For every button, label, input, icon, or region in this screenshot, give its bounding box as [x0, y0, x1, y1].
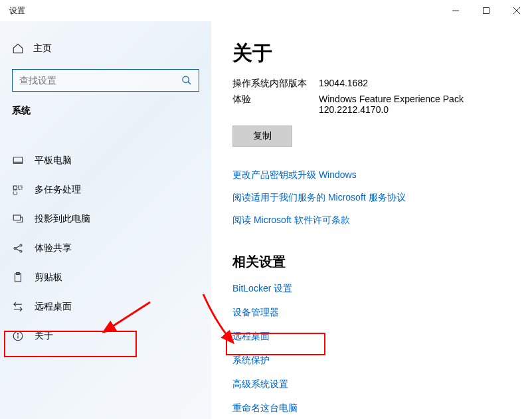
svg-line-15 [16, 246, 20, 248]
info-icon [12, 330, 24, 342]
sidebar-item-remote[interactable]: 远程桌面 [0, 292, 211, 321]
spec-row-os-build: 操作系统内部版本 19044.1682 [232, 78, 516, 90]
project-icon [12, 213, 24, 225]
tablet-icon [12, 155, 24, 167]
spec-label: 体验 [232, 94, 319, 115]
nav-label: 关于 [35, 330, 53, 342]
titlebar: 设置 [0, 0, 532, 21]
svg-rect-11 [13, 215, 21, 220]
svg-line-16 [16, 249, 20, 251]
svg-rect-10 [13, 191, 17, 195]
related-link-advanced-system[interactable]: 高级系统设置 [232, 378, 288, 389]
sidebar-item-tablet[interactable]: 平板电脑 [0, 146, 211, 175]
link-license-terms[interactable]: 阅读 Microsoft 软件许可条款 [232, 214, 350, 225]
sidebar-item-multitask[interactable]: 多任务处理 [0, 175, 211, 205]
sidebar: 主页 系统 平板电脑 多任务处理 [0, 21, 211, 419]
related-link-bitlocker[interactable]: BitLocker 设置 [232, 283, 292, 293]
multitask-icon [12, 184, 24, 196]
spec-value: Windows Feature Experience Pack 120.2212… [319, 94, 491, 115]
sidebar-item-about[interactable]: 关于 [0, 321, 211, 351]
sidebar-item-clipboard[interactable]: 剪贴板 [0, 263, 211, 292]
link-service-agreement[interactable]: 阅读适用于我们服务的 Microsoft 服务协议 [232, 192, 406, 203]
share-icon [12, 242, 24, 254]
window-title: 设置 [9, 5, 440, 17]
nav-label: 多任务处理 [35, 184, 81, 196]
svg-point-23 [17, 333, 18, 334]
copy-button[interactable]: 复制 [232, 126, 292, 147]
related-link-device-manager[interactable]: 设备管理器 [232, 307, 279, 317]
svg-rect-8 [13, 186, 17, 189]
search-icon [181, 75, 192, 86]
minimize-button[interactable] [440, 0, 471, 21]
svg-point-4 [183, 76, 189, 82]
page-title: 关于 [232, 40, 516, 67]
nav-label: 远程桌面 [35, 301, 72, 313]
window-controls [440, 0, 532, 21]
section-title: 系统 [0, 105, 211, 124]
related-settings-title: 相关设置 [232, 253, 516, 271]
link-change-key[interactable]: 更改产品密钥或升级 Windows [232, 169, 357, 180]
home-icon [12, 42, 24, 54]
remote-icon [12, 301, 24, 313]
nav-label: 剪贴板 [35, 272, 62, 284]
nav-label: 投影到此电脑 [35, 213, 90, 225]
home-label: 主页 [33, 42, 52, 54]
close-button[interactable] [501, 0, 532, 21]
search-input[interactable] [19, 75, 181, 86]
spec-label: 操作系统内部版本 [232, 78, 319, 90]
svg-rect-1 [484, 8, 489, 14]
sidebar-item-share[interactable]: 体验共享 [0, 234, 211, 263]
search-box[interactable] [12, 69, 199, 92]
home-nav[interactable]: 主页 [0, 37, 211, 60]
related-link-remote-desktop[interactable]: 远程桌面 [232, 331, 270, 341]
related-link-rename-pc[interactable]: 重命名这台电脑 [232, 402, 298, 413]
nav-list: 平板电脑 多任务处理 投影到此电脑 体验共享 [0, 146, 211, 351]
nav-label: 平板电脑 [35, 155, 72, 167]
maximize-button[interactable] [471, 0, 501, 21]
sidebar-item-project[interactable]: 投影到此电脑 [0, 205, 211, 234]
clipboard-icon [12, 272, 24, 284]
related-link-system-protection[interactable]: 系统保护 [232, 355, 270, 365]
svg-point-13 [20, 244, 22, 246]
content-pane: 关于 操作系统内部版本 19044.1682 体验 Windows Featur… [211, 21, 532, 419]
nav-label: 体验共享 [35, 242, 72, 254]
svg-rect-9 [19, 186, 22, 189]
svg-point-14 [20, 250, 22, 252]
svg-point-12 [14, 248, 16, 250]
svg-rect-6 [13, 157, 23, 164]
svg-line-5 [188, 82, 191, 84]
spec-row-experience: 体验 Windows Feature Experience Pack 120.2… [232, 94, 516, 115]
spec-value: 19044.1682 [319, 78, 368, 90]
